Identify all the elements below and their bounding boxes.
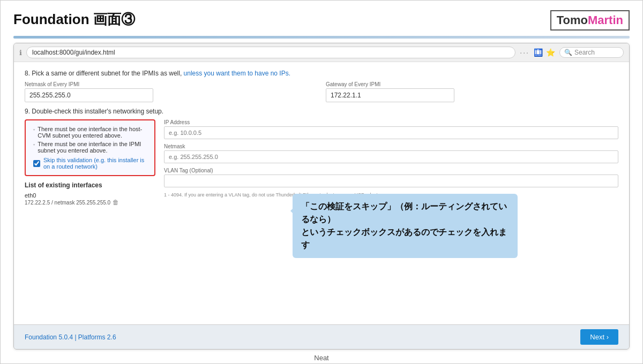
two-col-layout: ◦ There must be one interface in the hos… <box>25 119 618 206</box>
gateway-ipmi-group: Gateway of Every IPMI <box>326 81 618 102</box>
callout-line1: 「この検証をスキップ」（例：ルーティングされているなら） <box>301 200 509 226</box>
interface-name: eth0 <box>25 192 155 199</box>
validation-box: ◦ There must be one interface in the hos… <box>25 119 155 176</box>
netmask-ipmi-group: Netmask of Every IPMI <box>25 81 317 102</box>
logo-tomo: Tomo <box>557 13 588 27</box>
vlan-input[interactable] <box>164 175 618 187</box>
bullet-2: ◦ <box>33 142 35 147</box>
page-title: Foundation 画面③ <box>13 10 135 29</box>
section8-label: 8. Pick a same or different subnet for t… <box>25 70 618 77</box>
next-button[interactable]: Next › <box>580 329 618 345</box>
netmask-ipmi-input[interactable] <box>25 88 153 102</box>
ip-address-input[interactable] <box>164 126 618 139</box>
blue-bar <box>13 36 630 39</box>
gateway-ipmi-label: Gateway of Every IPMI <box>326 81 618 87</box>
right-column: IP Address Netmask VLAN Tag (Optional) 1… <box>164 119 618 206</box>
validation-item-1: ◦ There must be one interface in the hos… <box>33 126 147 139</box>
info-icon: ℹ <box>19 49 22 57</box>
section8-link[interactable]: unless you want them to have no IPs. <box>184 70 290 77</box>
logo: TomoMartin <box>550 10 630 31</box>
callout-line2: というチェックボックスがあるのでチェックを入れます <box>301 226 509 252</box>
browser-url: localhost:8000/gui/index.html <box>26 47 515 58</box>
footer-version: Foundation 5.0.4 | Platforms 2.6 <box>25 333 116 341</box>
browser-menu-dots[interactable]: ··· <box>520 48 529 57</box>
left-column: ◦ There must be one interface in the hos… <box>25 119 164 206</box>
browser-footer: Foundation 5.0.4 | Platforms 2.6 Next › <box>14 324 629 349</box>
gateway-ipmi-input[interactable] <box>326 88 454 102</box>
browser-window: ℹ localhost:8000/gui/index.html ··· 🛄 ⭐ … <box>13 43 630 350</box>
browser-search-box[interactable]: 🔍 Search <box>559 47 624 58</box>
section8-form-row: Netmask of Every IPMI Gateway of Every I… <box>25 81 618 102</box>
bookmark-icon[interactable]: ⭐ <box>546 48 555 57</box>
interface-detail: 172.22.2.5 / netmask 255.255.255.0 🗑 <box>25 199 155 206</box>
pocket-icon[interactable]: 🛄 <box>534 48 543 57</box>
netmask-label: Netmask <box>164 143 618 149</box>
header-row: Foundation 画面③ TomoMartin <box>13 10 630 31</box>
validation-checkbox-row: Skip this validation (e.g. this installe… <box>33 157 147 170</box>
logo-martin: Martin <box>588 13 623 27</box>
vlan-group: VLAN Tag (Optional) <box>164 168 618 187</box>
validation-item-2: ◦ There must be one interface in the IPM… <box>33 141 147 154</box>
trash-icon[interactable]: 🗑 <box>113 199 119 206</box>
skip-validation-label: Skip this validation (e.g. this installe… <box>43 157 147 170</box>
validation-text-2: There must be one interface in the IPMI … <box>38 141 147 154</box>
outer-card: Foundation 画面③ TomoMartin ℹ localhost:80… <box>0 0 643 364</box>
ip-address-label: IP Address <box>164 119 618 125</box>
netmask-ipmi-label: Netmask of Every IPMI <box>25 81 317 87</box>
netmask-group: Netmask <box>164 143 618 163</box>
search-label: Search <box>574 49 595 56</box>
netmask-input[interactable] <box>164 150 618 163</box>
search-icon: 🔍 <box>564 49 572 56</box>
vlan-label: VLAN Tag (Optional) <box>164 168 618 173</box>
neat-label: Neat <box>314 354 328 362</box>
browser-bar: ℹ localhost:8000/gui/index.html ··· 🛄 ⭐ … <box>14 43 629 62</box>
interface-eth0: eth0 172.22.2.5 / netmask 255.255.255.0 … <box>25 192 155 206</box>
ip-address-group: IP Address <box>164 119 618 139</box>
browser-content: 8. Pick a same or different subnet for t… <box>14 62 629 324</box>
browser-icons: 🛄 ⭐ <box>534 48 555 57</box>
validation-text-1: There must be one interface in the host-… <box>38 126 147 139</box>
callout-balloon: 「この検証をスキップ」（例：ルーティングされているなら） というチェックボックス… <box>293 194 518 258</box>
interfaces-title: List of existing interfaces <box>25 181 155 189</box>
section9-label: 9. Double-check this installer's network… <box>25 108 618 115</box>
bullet-1: ◦ <box>33 127 35 132</box>
outer-bottom: Neat <box>13 353 630 362</box>
skip-validation-checkbox[interactable] <box>33 160 40 167</box>
